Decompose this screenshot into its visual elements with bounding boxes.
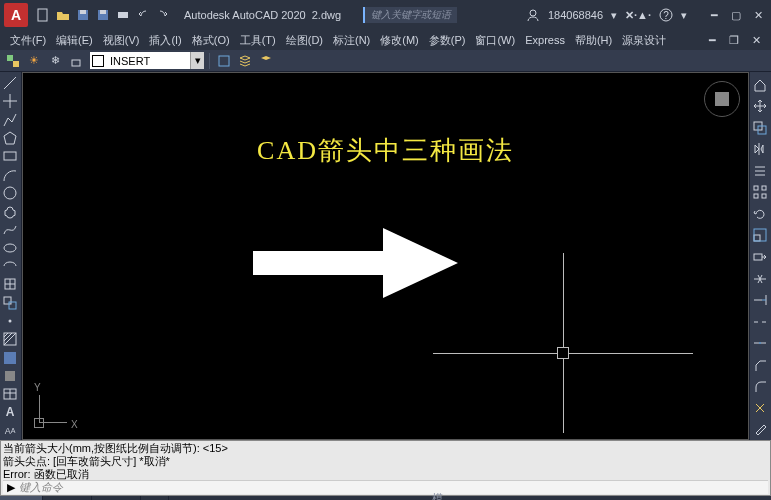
move-tool-icon[interactable] [750, 97, 770, 117]
svg-rect-23 [4, 297, 11, 304]
circle-tool-icon[interactable] [0, 185, 20, 201]
table-tool-icon[interactable] [0, 386, 20, 402]
layer-off-icon[interactable]: ❄ [46, 52, 64, 70]
tab-add-button[interactable]: + [141, 496, 168, 500]
chevron-down-icon[interactable]: ▾ [190, 52, 204, 69]
break-tool-icon[interactable] [750, 312, 770, 332]
draw-toolbar: A AA [0, 72, 22, 440]
new-icon[interactable] [34, 6, 52, 24]
rotate-tool-icon[interactable] [750, 204, 770, 224]
ellipse-tool-icon[interactable] [0, 240, 20, 256]
plot-icon[interactable] [114, 6, 132, 24]
array-tool-icon[interactable] [750, 183, 770, 203]
menu-tools[interactable]: 工具(T) [236, 32, 280, 49]
doc-restore-button[interactable]: ❐ [725, 33, 743, 47]
command-input-row[interactable]: ▶ 键入命令 [3, 480, 768, 494]
menu-express[interactable]: Express [521, 33, 569, 47]
x-exchange-icon[interactable]: ✕·▲· [625, 9, 651, 22]
revcloud-tool-icon[interactable] [0, 203, 20, 219]
menu-view[interactable]: 视图(V) [99, 32, 144, 49]
open-icon[interactable] [54, 6, 72, 24]
maximize-button[interactable]: ▢ [727, 8, 745, 22]
command-prompt-icon: ▶ [3, 481, 19, 494]
layer-states-icon[interactable] [215, 52, 233, 70]
xline-tool-icon[interactable] [0, 93, 20, 109]
rectangle-tool-icon[interactable] [0, 148, 20, 164]
trim-tool-icon[interactable] [750, 269, 770, 289]
svg-rect-10 [13, 61, 19, 67]
block-insert-icon[interactable] [4, 52, 22, 70]
mirror-tool-icon[interactable] [750, 140, 770, 160]
command-line[interactable]: 当前箭头大小(mm,按图纸比例自动调节): <15> 箭头尖点: [回车改箭头尺… [0, 440, 771, 496]
make-block-tool-icon[interactable] [0, 295, 20, 311]
menu-help[interactable]: 帮助(H) [571, 32, 616, 49]
drawing-canvas[interactable]: CAD箭头中三种画法 Y X [22, 72, 749, 440]
saveas-icon[interactable] [94, 6, 112, 24]
sun-icon[interactable]: ☀ [25, 52, 43, 70]
erase-tool-icon[interactable] [750, 420, 770, 440]
gradient-tool-icon[interactable] [0, 349, 20, 365]
ellipse-arc-tool-icon[interactable] [0, 258, 20, 274]
svg-rect-0 [38, 9, 47, 21]
window-title: Autodesk AutoCAD 2020 2.dwg [184, 9, 341, 21]
text-tool-icon[interactable]: AA [0, 423, 20, 439]
layer-color-swatch [92, 55, 104, 67]
save-icon[interactable] [74, 6, 92, 24]
extend-tool-icon[interactable] [750, 290, 770, 310]
spline-tool-icon[interactable] [0, 221, 20, 237]
viewcube[interactable] [704, 81, 740, 117]
tab-layout2[interactable]: 布局2 [92, 496, 141, 500]
app-logo[interactable]: A [4, 3, 28, 27]
polygon-tool-icon[interactable] [0, 130, 20, 146]
tab-layout1[interactable]: 布局1 [43, 496, 92, 500]
insert-block-tool-icon[interactable] [0, 276, 20, 292]
join-tool-icon[interactable] [750, 333, 770, 353]
svg-rect-31 [5, 371, 15, 381]
chevron-down-icon[interactable]: ▾ [681, 9, 687, 22]
undo-icon[interactable] [134, 6, 152, 24]
tab-model[interactable]: 模型 [0, 496, 43, 500]
arc-tool-icon[interactable] [0, 166, 20, 182]
chamfer-tool-icon[interactable] [750, 355, 770, 375]
copy-tool-icon[interactable] [750, 118, 770, 138]
menu-modify[interactable]: 修改(M) [376, 32, 423, 49]
nav-home-icon[interactable] [750, 75, 770, 95]
status-bar: 模型 布局1 布局2 + 模型 ▦ ⸬ └ ⊕ ◻ ∠ ✚ ≡ ◧ ⟳ ⍟ ⚙ … [0, 496, 771, 500]
offset-tool-icon[interactable] [750, 161, 770, 181]
menu-dimension[interactable]: 标注(N) [329, 32, 374, 49]
menu-draw[interactable]: 绘图(D) [282, 32, 327, 49]
doc-minimize-button[interactable]: ━ [703, 33, 721, 47]
user-icon[interactable] [526, 8, 540, 22]
menu-edit[interactable]: 编辑(E) [52, 32, 97, 49]
menu-parametric[interactable]: 参数(P) [425, 32, 470, 49]
search-input[interactable]: 键入关键字或短语 [363, 7, 457, 23]
hatch-tool-icon[interactable] [0, 331, 20, 347]
insert-combo[interactable]: INSERT ▾ [90, 52, 204, 69]
menu-window[interactable]: 窗口(W) [471, 32, 519, 49]
scale-tool-icon[interactable] [750, 226, 770, 246]
line-tool-icon[interactable] [0, 75, 20, 91]
polyline-tool-icon[interactable] [0, 112, 20, 128]
command-input[interactable]: 键入命令 [19, 481, 768, 494]
menu-insert[interactable]: 插入(I) [145, 32, 185, 49]
user-name[interactable]: 184068846 [548, 9, 603, 21]
layer-manager-icon[interactable] [236, 52, 254, 70]
explode-tool-icon[interactable] [750, 398, 770, 418]
region-tool-icon[interactable] [0, 368, 20, 384]
menu-yuanquan[interactable]: 源泉设计 [618, 32, 670, 49]
layer-lock-icon[interactable] [67, 52, 85, 70]
menu-file[interactable]: 文件(F) [6, 32, 50, 49]
minimize-button[interactable]: ━ [705, 8, 723, 22]
point-tool-icon[interactable] [0, 313, 20, 329]
help-icon[interactable]: ? [659, 8, 673, 22]
layer-iso-icon[interactable] [257, 52, 275, 70]
doc-close-button[interactable]: ✕ [747, 33, 765, 47]
mtext-tool-icon[interactable]: A [0, 404, 20, 420]
close-button[interactable]: ✕ [749, 8, 767, 22]
menu-format[interactable]: 格式(O) [188, 32, 234, 49]
stretch-tool-icon[interactable] [750, 247, 770, 267]
svg-line-28 [4, 333, 12, 341]
fillet-tool-icon[interactable] [750, 376, 770, 396]
redo-icon[interactable] [154, 6, 172, 24]
chevron-down-icon[interactable]: ▾ [611, 9, 617, 22]
